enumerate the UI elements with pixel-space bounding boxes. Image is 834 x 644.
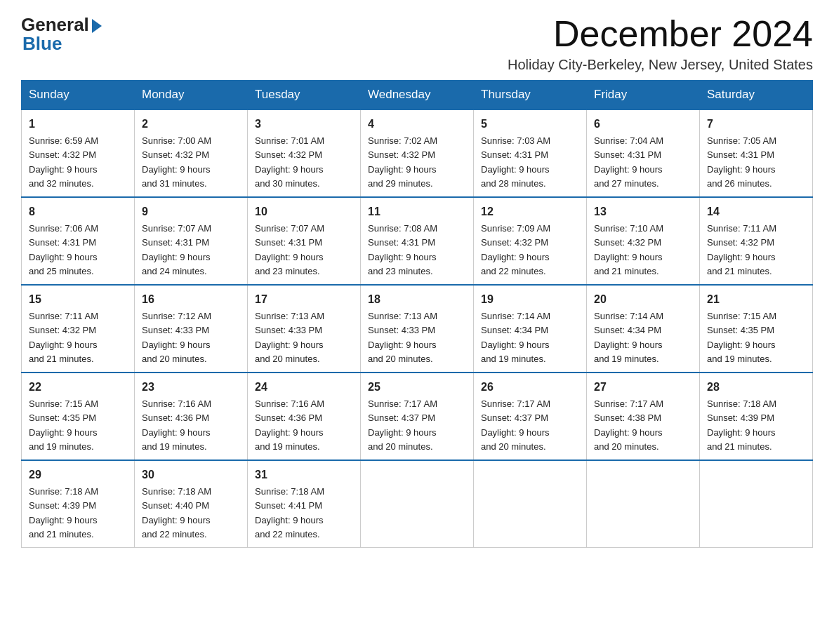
day-number: 18 — [368, 291, 466, 308]
day-info: Sunrise: 7:12 AM Sunset: 4:33 PM Dayligh… — [142, 311, 211, 364]
calendar-cell: 17Sunrise: 7:13 AM Sunset: 4:33 PM Dayli… — [248, 285, 361, 373]
day-number: 27 — [594, 379, 692, 396]
calendar-cell: 27Sunrise: 7:17 AM Sunset: 4:38 PM Dayli… — [587, 373, 700, 460]
day-info: Sunrise: 7:06 AM Sunset: 4:31 PM Dayligh… — [29, 223, 98, 276]
day-number: 13 — [594, 203, 692, 220]
calendar-week-row: 8Sunrise: 7:06 AM Sunset: 4:31 PM Daylig… — [22, 197, 813, 285]
day-info: Sunrise: 7:17 AM Sunset: 4:37 PM Dayligh… — [368, 398, 437, 452]
day-info: Sunrise: 7:02 AM Sunset: 4:32 PM Dayligh… — [368, 135, 437, 189]
calendar-cell: 21Sunrise: 7:15 AM Sunset: 4:35 PM Dayli… — [700, 285, 813, 373]
calendar-cell: 28Sunrise: 7:18 AM Sunset: 4:39 PM Dayli… — [700, 373, 813, 460]
calendar-cell: 13Sunrise: 7:10 AM Sunset: 4:32 PM Dayli… — [587, 197, 700, 285]
day-info: Sunrise: 7:18 AM Sunset: 4:40 PM Dayligh… — [142, 486, 211, 539]
day-info: Sunrise: 7:15 AM Sunset: 4:35 PM Dayligh… — [29, 398, 98, 452]
calendar-cell — [361, 460, 474, 548]
calendar-cell: 29Sunrise: 7:18 AM Sunset: 4:39 PM Dayli… — [22, 460, 135, 548]
day-number: 24 — [255, 379, 353, 396]
header-wednesday: Wednesday — [361, 81, 474, 110]
day-number: 11 — [368, 203, 466, 220]
day-info: Sunrise: 7:08 AM Sunset: 4:31 PM Dayligh… — [368, 223, 437, 276]
day-info: Sunrise: 7:18 AM Sunset: 4:39 PM Dayligh… — [29, 486, 98, 539]
header-sunday: Sunday — [22, 81, 135, 110]
day-info: Sunrise: 7:11 AM Sunset: 4:32 PM Dayligh… — [29, 311, 98, 364]
day-info: Sunrise: 6:59 AM Sunset: 4:32 PM Dayligh… — [29, 135, 98, 189]
day-info: Sunrise: 7:16 AM Sunset: 4:36 PM Dayligh… — [142, 398, 211, 452]
day-number: 15 — [29, 291, 127, 308]
day-number: 6 — [594, 116, 692, 133]
day-number: 23 — [142, 379, 240, 396]
location-title: Holiday City-Berkeley, New Jersey, Unite… — [508, 57, 813, 73]
calendar-cell: 2Sunrise: 7:00 AM Sunset: 4:32 PM Daylig… — [135, 109, 248, 197]
header-saturday: Saturday — [700, 81, 813, 110]
weekday-header-row: Sunday Monday Tuesday Wednesday Thursday… — [22, 81, 813, 110]
title-block: December 2024 Holiday City-Berkeley, New… — [508, 14, 813, 73]
day-number: 30 — [142, 467, 240, 483]
day-number: 28 — [707, 379, 805, 396]
day-info: Sunrise: 7:18 AM Sunset: 4:39 PM Dayligh… — [707, 398, 776, 452]
calendar-cell: 4Sunrise: 7:02 AM Sunset: 4:32 PM Daylig… — [361, 109, 474, 197]
calendar-cell: 3Sunrise: 7:01 AM Sunset: 4:32 PM Daylig… — [248, 109, 361, 197]
day-number: 5 — [481, 116, 579, 133]
calendar-cell: 8Sunrise: 7:06 AM Sunset: 4:31 PM Daylig… — [22, 197, 135, 285]
day-number: 20 — [594, 291, 692, 308]
header-monday: Monday — [135, 81, 248, 110]
day-number: 14 — [707, 203, 805, 220]
calendar-table: Sunday Monday Tuesday Wednesday Thursday… — [21, 80, 813, 548]
day-number: 12 — [481, 203, 579, 220]
day-number: 26 — [481, 379, 579, 396]
day-info: Sunrise: 7:07 AM Sunset: 4:31 PM Dayligh… — [255, 223, 324, 276]
calendar-cell: 14Sunrise: 7:11 AM Sunset: 4:32 PM Dayli… — [700, 197, 813, 285]
month-title: December 2024 — [508, 14, 813, 54]
calendar-cell: 6Sunrise: 7:04 AM Sunset: 4:31 PM Daylig… — [587, 109, 700, 197]
day-info: Sunrise: 7:03 AM Sunset: 4:31 PM Dayligh… — [481, 135, 550, 189]
page-header: General Blue December 2024 Holiday City-… — [21, 14, 813, 73]
calendar-week-row: 15Sunrise: 7:11 AM Sunset: 4:32 PM Dayli… — [22, 285, 813, 373]
day-number: 19 — [481, 291, 579, 308]
day-info: Sunrise: 7:13 AM Sunset: 4:33 PM Dayligh… — [255, 311, 324, 364]
day-info: Sunrise: 7:17 AM Sunset: 4:37 PM Dayligh… — [481, 398, 550, 452]
day-info: Sunrise: 7:04 AM Sunset: 4:31 PM Dayligh… — [594, 135, 663, 189]
calendar-cell: 31Sunrise: 7:18 AM Sunset: 4:41 PM Dayli… — [248, 460, 361, 548]
calendar-cell: 19Sunrise: 7:14 AM Sunset: 4:34 PM Dayli… — [474, 285, 587, 373]
day-number: 17 — [255, 291, 353, 308]
day-info: Sunrise: 7:01 AM Sunset: 4:32 PM Dayligh… — [255, 135, 324, 189]
day-info: Sunrise: 7:16 AM Sunset: 4:36 PM Dayligh… — [255, 398, 324, 452]
logo-arrow-icon — [92, 19, 102, 33]
header-tuesday: Tuesday — [248, 81, 361, 110]
calendar-cell: 24Sunrise: 7:16 AM Sunset: 4:36 PM Dayli… — [248, 373, 361, 460]
calendar-cell: 26Sunrise: 7:17 AM Sunset: 4:37 PM Dayli… — [474, 373, 587, 460]
calendar-week-row: 29Sunrise: 7:18 AM Sunset: 4:39 PM Dayli… — [22, 460, 813, 548]
calendar-cell: 9Sunrise: 7:07 AM Sunset: 4:31 PM Daylig… — [135, 197, 248, 285]
calendar-week-row: 1Sunrise: 6:59 AM Sunset: 4:32 PM Daylig… — [22, 109, 813, 197]
day-number: 9 — [142, 203, 240, 220]
day-info: Sunrise: 7:05 AM Sunset: 4:31 PM Dayligh… — [707, 135, 776, 189]
calendar-cell: 30Sunrise: 7:18 AM Sunset: 4:40 PM Dayli… — [135, 460, 248, 548]
calendar-cell: 7Sunrise: 7:05 AM Sunset: 4:31 PM Daylig… — [700, 109, 813, 197]
day-number: 31 — [255, 467, 353, 483]
calendar-cell — [700, 460, 813, 548]
day-info: Sunrise: 7:10 AM Sunset: 4:32 PM Dayligh… — [594, 223, 663, 276]
calendar-cell: 18Sunrise: 7:13 AM Sunset: 4:33 PM Dayli… — [361, 285, 474, 373]
day-info: Sunrise: 7:13 AM Sunset: 4:33 PM Dayligh… — [368, 311, 437, 364]
header-friday: Friday — [587, 81, 700, 110]
calendar-cell — [587, 460, 700, 548]
day-info: Sunrise: 7:00 AM Sunset: 4:32 PM Dayligh… — [142, 135, 211, 189]
logo: General Blue — [21, 14, 102, 55]
day-info: Sunrise: 7:11 AM Sunset: 4:32 PM Dayligh… — [707, 223, 776, 276]
calendar-cell — [474, 460, 587, 548]
calendar-cell: 22Sunrise: 7:15 AM Sunset: 4:35 PM Dayli… — [22, 373, 135, 460]
calendar-cell: 23Sunrise: 7:16 AM Sunset: 4:36 PM Dayli… — [135, 373, 248, 460]
day-info: Sunrise: 7:18 AM Sunset: 4:41 PM Dayligh… — [255, 486, 324, 539]
day-info: Sunrise: 7:14 AM Sunset: 4:34 PM Dayligh… — [481, 311, 550, 364]
calendar-week-row: 22Sunrise: 7:15 AM Sunset: 4:35 PM Dayli… — [22, 373, 813, 460]
calendar-cell: 5Sunrise: 7:03 AM Sunset: 4:31 PM Daylig… — [474, 109, 587, 197]
day-info: Sunrise: 7:09 AM Sunset: 4:32 PM Dayligh… — [481, 223, 550, 276]
day-info: Sunrise: 7:14 AM Sunset: 4:34 PM Dayligh… — [594, 311, 663, 364]
day-number: 2 — [142, 116, 240, 133]
calendar-cell: 16Sunrise: 7:12 AM Sunset: 4:33 PM Dayli… — [135, 285, 248, 373]
day-number: 3 — [255, 116, 353, 133]
calendar-cell: 15Sunrise: 7:11 AM Sunset: 4:32 PM Dayli… — [22, 285, 135, 373]
day-number: 4 — [368, 116, 466, 133]
day-number: 10 — [255, 203, 353, 220]
calendar-cell: 10Sunrise: 7:07 AM Sunset: 4:31 PM Dayli… — [248, 197, 361, 285]
